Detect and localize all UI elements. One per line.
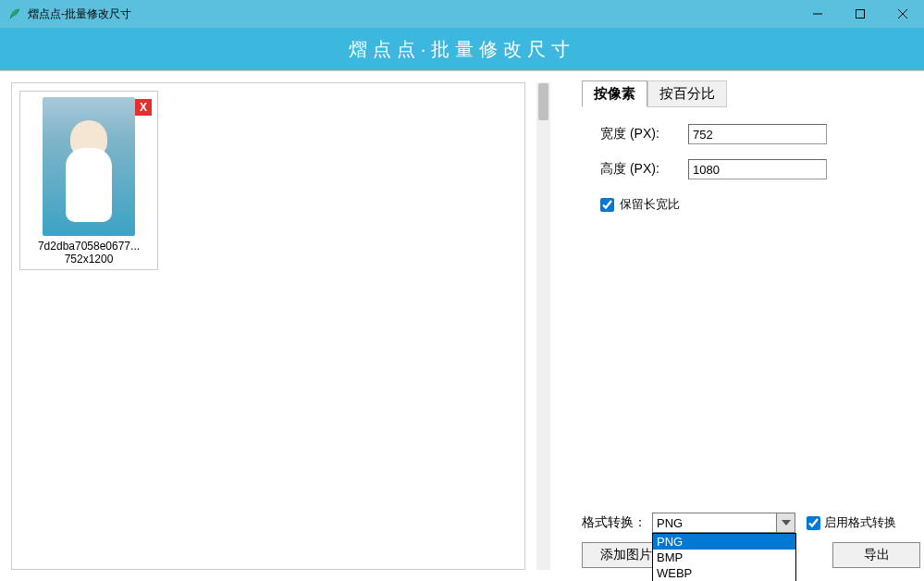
scrollbar-thumb[interactable] xyxy=(538,83,548,120)
height-label: 高度 (PX): xyxy=(600,161,688,178)
format-selected: PNG xyxy=(657,516,683,530)
app-icon xyxy=(7,6,22,21)
svg-rect-1 xyxy=(856,10,865,19)
app-header: 熠点点·批量修改尺寸 xyxy=(0,28,924,71)
height-input[interactable] xyxy=(688,159,827,179)
image-list-scrollbar[interactable] xyxy=(536,82,550,570)
tab-by-percent[interactable]: 按百分比 xyxy=(647,80,727,107)
window-title: 熠点点-批量修改尺寸 xyxy=(28,6,796,22)
titlebar[interactable]: 熠点点-批量修改尺寸 xyxy=(0,0,924,28)
thumbnail-filename: 7d2dba7058e0677... xyxy=(20,240,157,253)
thumbnail-dimensions: 752x1200 xyxy=(20,253,157,269)
enable-format-label: 启用格式转换 xyxy=(824,514,896,531)
format-option-png[interactable]: PNG xyxy=(653,534,795,550)
keep-ratio-label: 保留长宽比 xyxy=(620,196,680,213)
format-option-webp[interactable]: WEBP xyxy=(653,565,795,581)
close-button[interactable] xyxy=(881,0,924,28)
width-label: 宽度 (PX): xyxy=(600,126,688,142)
format-dropdown: PNG BMP WEBP xyxy=(652,533,796,581)
image-list[interactable]: X 7d2dba7058e0677... 752x1200 xyxy=(11,82,525,570)
enable-format-checkbox[interactable] xyxy=(807,516,820,530)
thumbnail-card[interactable]: X 7d2dba7058e0677... 752x1200 xyxy=(19,91,158,270)
export-button[interactable]: 导出 xyxy=(832,542,920,568)
resize-mode-tabs: 按像素 按百分比 xyxy=(582,80,924,107)
delete-thumbnail-button[interactable]: X xyxy=(135,99,152,116)
thumbnail-image xyxy=(43,97,135,236)
format-option-bmp[interactable]: BMP xyxy=(653,550,795,565)
keep-ratio-checkbox[interactable] xyxy=(600,198,614,212)
header-title: 熠点点·批量修改尺寸 xyxy=(349,37,576,62)
maximize-button[interactable] xyxy=(839,0,881,28)
tab-by-pixel[interactable]: 按像素 xyxy=(582,80,647,107)
width-input[interactable] xyxy=(688,124,827,144)
settings-panel: 按像素 按百分比 宽度 (PX): 高度 (PX): 保留长宽比 格式转换： P… xyxy=(573,71,924,581)
image-list-panel: X 7d2dba7058e0677... 752x1200 xyxy=(0,71,573,581)
minimize-button[interactable] xyxy=(796,0,839,28)
format-label: 格式转换： xyxy=(582,514,647,531)
chevron-down-icon[interactable] xyxy=(776,513,795,532)
format-combobox[interactable]: PNG PNG BMP WEBP xyxy=(652,513,795,533)
